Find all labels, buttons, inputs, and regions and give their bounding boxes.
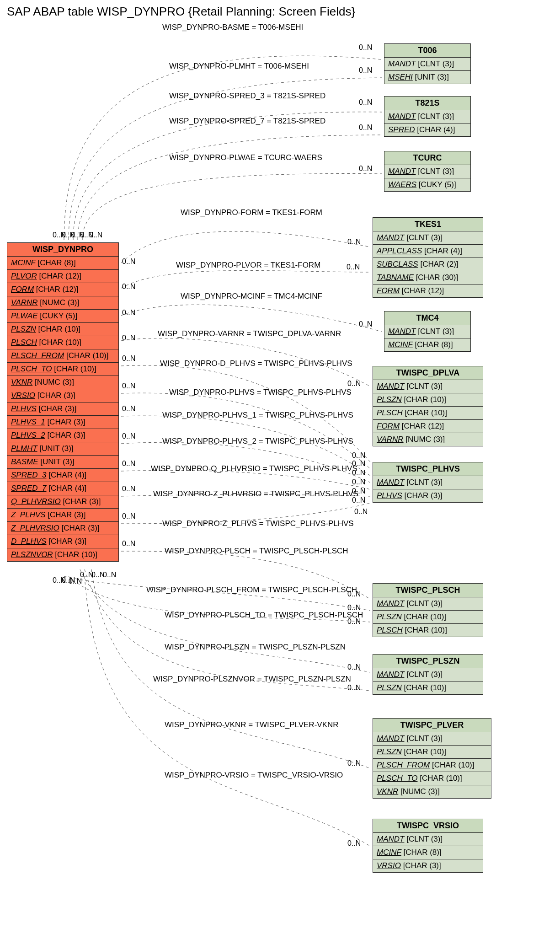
table-row: PLSZN [CHAR (10)] [373, 681, 483, 694]
table-row: PLMHT [UNIT (3)] [7, 442, 118, 456]
relation-label: WISP_DYNPRO-PLHVS_2 = TWISPC_PLHVS-PLHVS [162, 437, 353, 446]
table-row: VKNR [NUMC (3)] [7, 376, 118, 389]
table-row: PLSZNVOR [CHAR (10)] [7, 548, 118, 561]
relation-label: WISP_DYNPRO-PLWAE = TCURC-WAERS [169, 153, 322, 162]
table-row: PLHVS_2 [CHAR (3)] [7, 429, 118, 442]
table-row: MCINF [CHAR (8)] [373, 846, 483, 859]
cardinality-left: 0..N [122, 283, 135, 291]
relation-label: WISP_DYNPRO-PLSZN = TWISPC_PLSZN-PLSZN [165, 643, 346, 652]
table-row: MCINF [CHAR (8)] [7, 257, 118, 270]
relation-label: WISP_DYNPRO-SPRED_7 = T821S-SPRED [169, 117, 325, 126]
table-row: PLWAE [CUKY (5)] [7, 310, 118, 323]
cardinality-right: 0..N [347, 380, 361, 388]
table-header: WISP_DYNPRO [7, 243, 118, 257]
table-header: TCURC [384, 151, 470, 165]
table-header: T006 [384, 44, 470, 58]
cardinality-right: 0..N [352, 451, 365, 460]
table-row: MANDT [CLNT (3)] [373, 231, 483, 245]
table-row: FORM [CHAR (12)] [373, 284, 483, 297]
cardinality-left: 0..N [122, 354, 135, 363]
table-row: SPRED_3 [CHAR (4)] [7, 469, 118, 482]
cardinality-left: 0..N [122, 258, 135, 266]
table-row: MANDT [CLNT (3)] [384, 58, 470, 71]
table-row: VARNR [NUMC (3)] [373, 433, 483, 446]
table-row: TABNAME [CHAR (30)] [373, 271, 483, 284]
table-row: MANDT [CLNT (3)] [384, 325, 470, 338]
table-header: TKES1 [373, 218, 483, 231]
table-tkes1: TKES1MANDT [CLNT (3)]APPLCLASS [CHAR (4)… [373, 217, 483, 298]
table-row: FORM [CHAR (12)] [373, 420, 483, 433]
cardinality-left: 0..N [122, 382, 135, 390]
table-tmc4: TMC4MANDT [CLNT (3)]MCINF [CHAR (8)] [384, 311, 471, 352]
relation-label: WISP_DYNPRO-MCINF = TMC4-MCINF [181, 292, 322, 301]
table-header: TMC4 [384, 311, 470, 325]
cardinality-left: 0..N [122, 432, 135, 440]
table-row: PLSZN [CHAR (10)] [7, 323, 118, 336]
relation-label: WISP_DYNPRO-PLSCH_TO = TWISPC_PLSCH-PLSC… [165, 611, 363, 620]
cardinality-right: 0..N [352, 496, 365, 504]
table-twispc_dplva: TWISPC_DPLVAMANDT [CLNT (3)]PLSZN [CHAR … [373, 366, 483, 446]
cardinality-left: 0..N [122, 540, 135, 548]
cardinality-left: 0..N [103, 571, 116, 579]
table-row: VRSIO [CHAR (3)] [373, 859, 483, 872]
cardinality-right: 0..N [347, 263, 360, 271]
table-header: TWISPC_DPLVA [373, 366, 483, 380]
cardinality-left: 0..N [122, 334, 135, 342]
table-row: VKNR [NUMC (3)] [373, 785, 491, 798]
table-row: VARNR [NUMC (3)] [7, 296, 118, 310]
table-row: SUBCLASS [CHAR (2)] [373, 258, 483, 271]
relation-label: WISP_DYNPRO-SPRED_3 = T821S-SPRED [169, 91, 325, 101]
table-row: PLSCH [CHAR (10)] [373, 624, 483, 637]
table-row: PLSCH_FROM [CHAR (10)] [7, 349, 118, 363]
table-header: TWISPC_VRSIO [373, 819, 483, 833]
table-row: MANDT [CLNT (3)] [373, 380, 483, 393]
table-row: VRSIO [CHAR (3)] [7, 389, 118, 402]
cardinality-left: 0..N [122, 309, 135, 317]
table-row: PLSCH_TO [CHAR (10)] [7, 363, 118, 376]
cardinality-right: 0..N [347, 617, 361, 626]
cardinality-right: 0..N [347, 663, 361, 671]
table-row: MANDT [CLNT (3)] [384, 165, 470, 178]
table-twispc_plsch: TWISPC_PLSCHMANDT [CLNT (3)]PLSZN [CHAR … [373, 583, 483, 637]
relation-label: WISP_DYNPRO-Z_PLHVRSIO = TWISPC_PLHVS-PL… [153, 489, 358, 499]
table-row: MANDT [CLNT (3)] [373, 732, 491, 746]
relation-label: WISP_DYNPRO-VRSIO = TWISPC_VRSIO-VRSIO [165, 771, 343, 780]
cardinality-left: 0..N [122, 460, 135, 468]
table-row: PLHVS [CHAR (3)] [7, 402, 118, 416]
table-row: SPRED_7 [CHAR (4)] [7, 482, 118, 495]
cardinality-right: 0..N [359, 98, 372, 107]
cardinality-right: 0..N [359, 43, 372, 52]
cardinality-right: 0..N [347, 684, 361, 692]
table-row: MANDT [CLNT (3)] [373, 833, 483, 846]
table-row: Z_PLHVS [CHAR (3)] [7, 509, 118, 522]
cardinality-left: 0..N [122, 485, 135, 493]
table-row: MANDT [CLNT (3)] [373, 597, 483, 611]
relation-label: WISP_DYNPRO-PLHVS_1 = TWISPC_PLHVS-PLHVS [162, 411, 353, 420]
table-row: MCINF [CHAR (8)] [384, 338, 470, 351]
table-wisp_dynpro: WISP_DYNPROMCINF [CHAR (8)]PLVOR [CHAR (… [7, 242, 119, 562]
cardinality-right: 0..N [354, 508, 368, 516]
relation-label: WISP_DYNPRO-BASME = T006-MSEHI [162, 23, 303, 32]
relation-label: WISP_DYNPRO-D_PLHVS = TWISPC_PLHVS-PLHVS [160, 359, 352, 368]
relation-label: WISP_DYNPRO-Q_PLHVRSIO = TWISPC_PLHVS-PL… [151, 464, 357, 473]
relation-label: WISP_DYNPRO-FORM = TKES1-FORM [181, 208, 322, 217]
table-row: PLSCH_FROM [CHAR (10)] [373, 759, 491, 772]
cardinality-left: 0..N [89, 231, 102, 239]
relation-label: WISP_DYNPRO-PLSZNVOR = TWISPC_PLSZN-PLSZ… [153, 675, 351, 684]
table-twispc_plszn: TWISPC_PLSZNMANDT [CLNT (3)]PLSZN [CHAR … [373, 654, 483, 695]
relation-label: WISP_DYNPRO-Z_PLHVS = TWISPC_PLHVS-PLHVS [162, 519, 354, 528]
table-header: TWISPC_PLVER [373, 719, 491, 732]
cardinality-right: 0..N [359, 165, 372, 173]
table-row: PLSCH [CHAR (10)] [7, 336, 118, 349]
relation-label: WISP_DYNPRO-PLSCH = TWISPC_PLSCH-PLSCH [165, 547, 348, 556]
relation-label: WISP_DYNPRO-PLVOR = TKES1-FORM [176, 261, 320, 270]
table-header: TWISPC_PLSZN [373, 655, 483, 668]
table-row: FORM [CHAR (12)] [7, 283, 118, 296]
table-header: T821S [384, 97, 470, 110]
table-row: SPRED [CHAR (4)] [384, 123, 470, 136]
relation-label: WISP_DYNPRO-VKNR = TWISPC_PLVER-VKNR [165, 720, 339, 730]
table-row: Z_PLHVRSIO [CHAR (3)] [7, 522, 118, 535]
table-row: MANDT [CLNT (3)] [384, 110, 470, 123]
table-row: Q_PLHVRSIO [CHAR (3)] [7, 495, 118, 509]
table-row: PLSZN [CHAR (10)] [373, 746, 491, 759]
